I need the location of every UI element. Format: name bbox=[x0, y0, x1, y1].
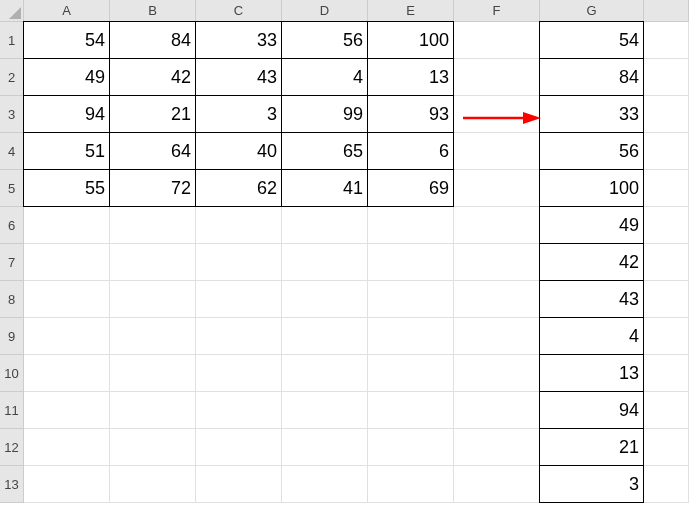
cell-d8[interactable] bbox=[282, 281, 368, 318]
cell-e4[interactable]: 6 bbox=[368, 133, 454, 170]
column-header-a[interactable]: A bbox=[24, 0, 110, 22]
cell-g7[interactable]: 42 bbox=[540, 244, 644, 281]
cell-f8[interactable] bbox=[454, 281, 540, 318]
cell-g1[interactable]: 54 bbox=[540, 22, 644, 59]
cell-d2[interactable]: 4 bbox=[282, 59, 368, 96]
cell-b12[interactable] bbox=[110, 429, 196, 466]
cell-c11[interactable] bbox=[196, 392, 282, 429]
cell-b8[interactable] bbox=[110, 281, 196, 318]
cell-g13[interactable]: 3 bbox=[540, 466, 644, 503]
cell-c10[interactable] bbox=[196, 355, 282, 392]
row-header-11[interactable]: 11 bbox=[0, 392, 24, 429]
cell-c12[interactable] bbox=[196, 429, 282, 466]
cell-e12[interactable] bbox=[368, 429, 454, 466]
row-header-6[interactable]: 6 bbox=[0, 207, 24, 244]
cell-a11[interactable] bbox=[24, 392, 110, 429]
cell-c2[interactable]: 43 bbox=[196, 59, 282, 96]
cell-e8[interactable] bbox=[368, 281, 454, 318]
cell-g10[interactable]: 13 bbox=[540, 355, 644, 392]
cell-e5[interactable]: 69 bbox=[368, 170, 454, 207]
cell-g2[interactable]: 84 bbox=[540, 59, 644, 96]
cell-d12[interactable] bbox=[282, 429, 368, 466]
cell-g6[interactable]: 49 bbox=[540, 207, 644, 244]
row-header-13[interactable]: 13 bbox=[0, 466, 24, 503]
cell-a1[interactable]: 54 bbox=[24, 22, 110, 59]
cell-f5[interactable] bbox=[454, 170, 540, 207]
cell-a4[interactable]: 51 bbox=[24, 133, 110, 170]
cell-b6[interactable] bbox=[110, 207, 196, 244]
cell-e7[interactable] bbox=[368, 244, 454, 281]
row-header-1[interactable]: 1 bbox=[0, 22, 24, 59]
cell-d7[interactable] bbox=[282, 244, 368, 281]
cell-e10[interactable] bbox=[368, 355, 454, 392]
column-header-c[interactable]: C bbox=[196, 0, 282, 22]
cell-f4[interactable] bbox=[454, 133, 540, 170]
cell-f10[interactable] bbox=[454, 355, 540, 392]
row-header-12[interactable]: 12 bbox=[0, 429, 24, 466]
cell-a9[interactable] bbox=[24, 318, 110, 355]
cell-d3[interactable]: 99 bbox=[282, 96, 368, 133]
row-header-8[interactable]: 8 bbox=[0, 281, 24, 318]
row-header-3[interactable]: 3 bbox=[0, 96, 24, 133]
cell-e1[interactable]: 100 bbox=[368, 22, 454, 59]
cell-f7[interactable] bbox=[454, 244, 540, 281]
cell-b11[interactable] bbox=[110, 392, 196, 429]
cell-b13[interactable] bbox=[110, 466, 196, 503]
column-header-e[interactable]: E bbox=[368, 0, 454, 22]
cell-g11[interactable]: 94 bbox=[540, 392, 644, 429]
cell-f9[interactable] bbox=[454, 318, 540, 355]
cell-b7[interactable] bbox=[110, 244, 196, 281]
select-all-corner[interactable] bbox=[0, 0, 24, 22]
cell-d6[interactable] bbox=[282, 207, 368, 244]
cell-c13[interactable] bbox=[196, 466, 282, 503]
cell-f13[interactable] bbox=[454, 466, 540, 503]
cell-d1[interactable]: 56 bbox=[282, 22, 368, 59]
cell-c9[interactable] bbox=[196, 318, 282, 355]
row-header-10[interactable]: 10 bbox=[0, 355, 24, 392]
cell-e2[interactable]: 13 bbox=[368, 59, 454, 96]
cell-d9[interactable] bbox=[282, 318, 368, 355]
row-header-5[interactable]: 5 bbox=[0, 170, 24, 207]
cell-c5[interactable]: 62 bbox=[196, 170, 282, 207]
cell-a6[interactable] bbox=[24, 207, 110, 244]
cell-b4[interactable]: 64 bbox=[110, 133, 196, 170]
row-header-7[interactable]: 7 bbox=[0, 244, 24, 281]
cell-e6[interactable] bbox=[368, 207, 454, 244]
cell-e11[interactable] bbox=[368, 392, 454, 429]
cell-g4[interactable]: 56 bbox=[540, 133, 644, 170]
cell-f3[interactable] bbox=[454, 96, 540, 133]
cell-g3[interactable]: 33 bbox=[540, 96, 644, 133]
column-header-f[interactable]: F bbox=[454, 0, 540, 22]
cell-f1[interactable] bbox=[454, 22, 540, 59]
cell-c8[interactable] bbox=[196, 281, 282, 318]
cell-b9[interactable] bbox=[110, 318, 196, 355]
cell-c6[interactable] bbox=[196, 207, 282, 244]
cell-a5[interactable]: 55 bbox=[24, 170, 110, 207]
cell-a2[interactable]: 49 bbox=[24, 59, 110, 96]
cell-b2[interactable]: 42 bbox=[110, 59, 196, 96]
column-header-d[interactable]: D bbox=[282, 0, 368, 22]
column-header-b[interactable]: B bbox=[110, 0, 196, 22]
cell-d5[interactable]: 41 bbox=[282, 170, 368, 207]
cell-a8[interactable] bbox=[24, 281, 110, 318]
cell-b3[interactable]: 21 bbox=[110, 96, 196, 133]
cell-c7[interactable] bbox=[196, 244, 282, 281]
cell-e3[interactable]: 93 bbox=[368, 96, 454, 133]
cell-c3[interactable]: 3 bbox=[196, 96, 282, 133]
cell-b5[interactable]: 72 bbox=[110, 170, 196, 207]
cell-a12[interactable] bbox=[24, 429, 110, 466]
cell-b10[interactable] bbox=[110, 355, 196, 392]
cell-d13[interactable] bbox=[282, 466, 368, 503]
cell-g12[interactable]: 21 bbox=[540, 429, 644, 466]
cell-g9[interactable]: 4 bbox=[540, 318, 644, 355]
cell-d11[interactable] bbox=[282, 392, 368, 429]
cell-g8[interactable]: 43 bbox=[540, 281, 644, 318]
cell-g5[interactable]: 100 bbox=[540, 170, 644, 207]
cell-c1[interactable]: 33 bbox=[196, 22, 282, 59]
row-header-9[interactable]: 9 bbox=[0, 318, 24, 355]
cell-a10[interactable] bbox=[24, 355, 110, 392]
cell-f12[interactable] bbox=[454, 429, 540, 466]
cell-a7[interactable] bbox=[24, 244, 110, 281]
cell-d10[interactable] bbox=[282, 355, 368, 392]
cell-f6[interactable] bbox=[454, 207, 540, 244]
